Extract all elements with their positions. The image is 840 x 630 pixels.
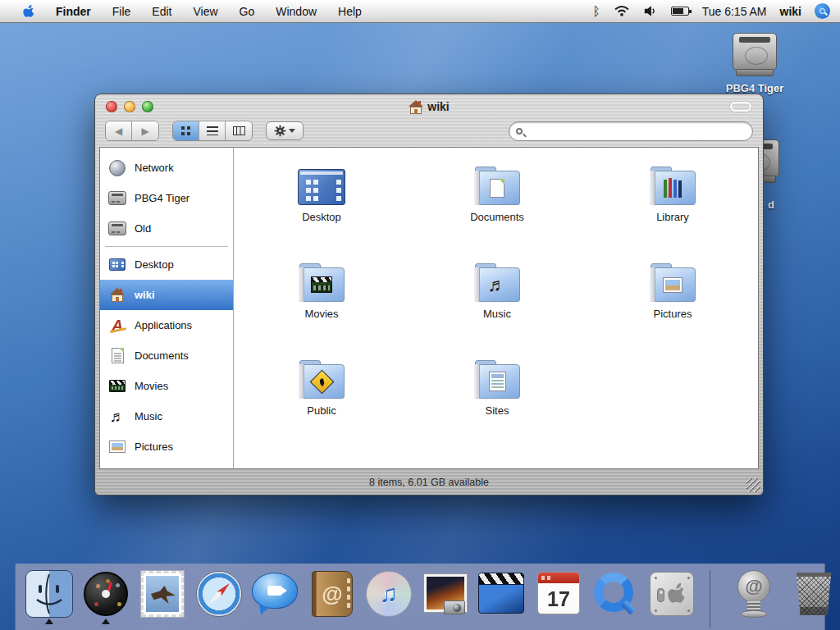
ical-icon: 17 [537, 572, 580, 614]
applications-icon: A [107, 316, 127, 336]
dock-iphoto[interactable] [422, 570, 469, 618]
file-label: Library [656, 211, 689, 223]
iphoto-icon [423, 573, 468, 613]
dock-finder[interactable] [25, 570, 73, 618]
resize-grip[interactable] [746, 478, 760, 492]
file-item-music[interactable]: ♬ Music [409, 254, 585, 351]
sidebar-item-wiki[interactable]: wiki [100, 280, 233, 310]
title-bar[interactable]: wiki [95, 94, 763, 119]
list-view-button[interactable] [199, 121, 226, 140]
dock-itunes[interactable]: ♫ [365, 570, 413, 618]
clapperboard-icon [107, 377, 127, 396]
file-item-desktop[interactable]: Desktop [234, 158, 409, 254]
sidebar-label: Pictures [135, 441, 173, 453]
dock-ichat[interactable] [252, 570, 299, 618]
sidebar-item-documents[interactable]: Documents [100, 340, 233, 371]
volume-icon[interactable] [643, 5, 658, 17]
itunes-icon: ♫ [366, 571, 412, 617]
list-view-icon [207, 126, 218, 135]
menu-bar-left: Finder File Edit View Go Window Help [0, 0, 372, 23]
file-label: Music [483, 308, 511, 320]
dock: @ ♫ 17 [15, 564, 825, 630]
file-item-library[interactable]: Library [585, 158, 758, 254]
dock-quicktime[interactable] [591, 570, 639, 618]
sidebar-item-pictures[interactable]: Pictures [100, 431, 233, 462]
menu-edit[interactable]: Edit [141, 0, 182, 23]
dock-system-preferences[interactable] [648, 570, 696, 618]
magnifier-glyph [819, 8, 825, 14]
bluetooth-icon[interactable]: ᛒ [593, 4, 600, 18]
trash-icon [795, 573, 833, 615]
battery-icon[interactable] [671, 7, 689, 16]
dock-mail[interactable] [139, 570, 186, 618]
ichat-icon [252, 573, 298, 612]
apple-menu[interactable] [11, 0, 45, 23]
file-item-public[interactable]: Public [234, 351, 409, 448]
column-view-button[interactable] [226, 121, 252, 140]
file-item-movies[interactable]: Movies [234, 254, 409, 351]
search-field[interactable] [509, 121, 753, 141]
sidebar-separator [105, 246, 228, 247]
sidebar-item-music[interactable]: ♬ Music [100, 401, 233, 431]
sidebar-item-network[interactable]: Network [100, 153, 233, 183]
menu-view[interactable]: View [182, 0, 228, 23]
action-menu-button[interactable] [266, 121, 304, 140]
sidebar-item-old[interactable]: Old [100, 213, 233, 244]
toolbar: ◀ ▶ [95, 119, 763, 146]
disk-foot [736, 69, 774, 76]
search-input[interactable] [523, 124, 752, 139]
desktop-icon-label: PBG4 Tiger [722, 82, 788, 94]
finder-icon [25, 570, 73, 618]
sidebar-item-applications[interactable]: A Applications [100, 310, 233, 340]
file-item-sites[interactable]: Sites [409, 351, 585, 448]
dock-dashboard[interactable] [82, 570, 130, 618]
camera-glyph [267, 586, 282, 596]
menu-bar: Finder File Edit View Go Window Help ᛒ T… [0, 0, 840, 23]
wifi-icon[interactable] [614, 5, 630, 17]
dock-at-spring-shortcut[interactable]: @ [731, 570, 778, 618]
menu-window[interactable]: Window [265, 0, 327, 23]
sidebar-item-desktop[interactable]: Desktop [100, 249, 233, 280]
sidebar-item-movies[interactable]: Movies [100, 371, 233, 401]
menu-help[interactable]: Help [327, 0, 372, 23]
folder-document-icon [474, 171, 520, 205]
file-label: Documents [470, 211, 524, 223]
fast-user-switch-menu[interactable]: wiki [780, 5, 801, 18]
mail-icon [141, 571, 184, 617]
menu-finder[interactable]: Finder [45, 0, 102, 23]
spotlight-icon[interactable] [815, 3, 830, 19]
dock-trash[interactable] [790, 570, 838, 618]
dock-address-book[interactable]: @ [308, 570, 356, 618]
toolbar-toggle-pill[interactable] [730, 102, 751, 112]
sidebar-label: Music [135, 410, 162, 422]
folder-music-icon: ♬ [474, 267, 520, 302]
forward-button[interactable]: ▶ [132, 121, 158, 140]
file-label: Pictures [654, 308, 692, 320]
icon-view-button[interactable] [173, 121, 199, 140]
home-icon [107, 285, 127, 305]
back-forward-group: ◀ ▶ [105, 121, 159, 141]
content-area[interactable]: Desktop Documents Library [234, 148, 758, 468]
file-item-pictures[interactable]: Pictures [585, 254, 758, 351]
menu-clock[interactable]: Tue 6:15 AM [702, 5, 767, 18]
dock-imovie[interactable] [478, 570, 526, 618]
dock-safari[interactable] [195, 570, 243, 618]
column-view-icon [233, 126, 245, 135]
status-text: 8 items, 6.01 GB available [369, 477, 489, 488]
menu-go[interactable]: Go [229, 0, 266, 23]
window-title: wiki [95, 94, 763, 119]
back-button[interactable]: ◀ [106, 121, 132, 140]
sidebar-item-pbg4-tiger[interactable]: PBG4 Tiger [100, 183, 233, 213]
file-item-documents[interactable]: Documents [409, 158, 585, 254]
safari-icon [196, 571, 242, 617]
sidebar-label: Old [135, 222, 151, 235]
sidebar-label: PBG4 Tiger [135, 192, 189, 204]
sidebar-label: wiki [135, 289, 155, 301]
desktop-icon-pbg4-tiger[interactable]: PBG4 Tiger [733, 33, 788, 94]
folder-clapperboard-icon [299, 267, 345, 302]
icon-grid: Desktop Documents Library [234, 148, 758, 448]
dock-separator [710, 570, 710, 628]
menu-file[interactable]: File [102, 0, 142, 23]
folder-photo-icon [650, 267, 696, 302]
dock-ical[interactable]: 17 [535, 570, 582, 618]
